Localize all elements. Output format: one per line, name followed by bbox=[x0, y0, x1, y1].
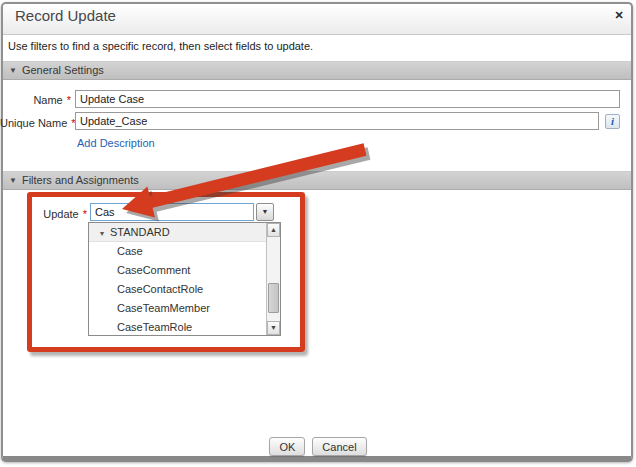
info-icon[interactable]: i bbox=[605, 114, 620, 129]
dialog-subtitle: Use filters to find a specific record, t… bbox=[8, 40, 313, 52]
update-label: Update* bbox=[0, 208, 87, 220]
dropdown-option[interactable]: CaseTeamMember bbox=[89, 299, 268, 318]
unique-name-input[interactable] bbox=[75, 112, 599, 130]
scroll-up-icon[interactable]: ▲ bbox=[267, 223, 280, 237]
section-filters-assignments[interactable]: ▼Filters and Assignments bbox=[3, 171, 631, 190]
scroll-down-icon[interactable]: ▼ bbox=[267, 321, 280, 335]
name-label: Name* bbox=[0, 94, 71, 106]
collapse-triangle-icon: ▼ bbox=[9, 66, 17, 75]
screenshot-stage: Record Update ✕ Use filters to find a sp… bbox=[0, 0, 636, 467]
add-description-link[interactable]: Add Description bbox=[77, 137, 155, 149]
dropdown-option[interactable]: CaseContactRole bbox=[89, 280, 268, 299]
close-icon[interactable]: ✕ bbox=[610, 9, 628, 25]
dialog-title: Record Update bbox=[15, 7, 116, 24]
collapse-triangle-icon: ▼ bbox=[9, 176, 17, 185]
dropdown-option[interactable]: CaseTeamRole bbox=[89, 318, 268, 337]
group-expand-icon: ▾ bbox=[100, 229, 104, 238]
scrollbar-thumb[interactable] bbox=[268, 283, 279, 313]
dropdown-scrollbar[interactable]: ▲ ▼ bbox=[266, 223, 280, 335]
required-asterisk: * bbox=[67, 94, 71, 106]
required-asterisk: * bbox=[83, 208, 87, 220]
cancel-button[interactable]: Cancel bbox=[312, 437, 366, 456]
dropdown-group-standard[interactable]: ▾STANDARD bbox=[89, 223, 268, 242]
dropdown-option[interactable]: Case bbox=[89, 242, 268, 261]
section-filters-label: Filters and Assignments bbox=[22, 174, 139, 186]
section-general-label: General Settings bbox=[22, 64, 104, 76]
dialog-footer: OK Cancel bbox=[0, 437, 636, 456]
chevron-down-icon: ▼ bbox=[262, 208, 269, 215]
object-dropdown-list: ▾STANDARD Case CaseComment CaseContactRo… bbox=[88, 222, 281, 336]
ok-button[interactable]: OK bbox=[269, 437, 305, 456]
unique-name-label: Unique Name* bbox=[0, 117, 71, 129]
name-input[interactable] bbox=[75, 90, 620, 108]
combobox-dropdown-button[interactable]: ▼ bbox=[256, 203, 274, 221]
update-combobox-input[interactable] bbox=[90, 203, 254, 221]
dropdown-option[interactable]: CaseComment bbox=[89, 261, 268, 280]
dropdown-rows: ▾STANDARD Case CaseComment CaseContactRo… bbox=[89, 223, 268, 337]
section-general-settings[interactable]: ▼General Settings bbox=[3, 61, 631, 80]
